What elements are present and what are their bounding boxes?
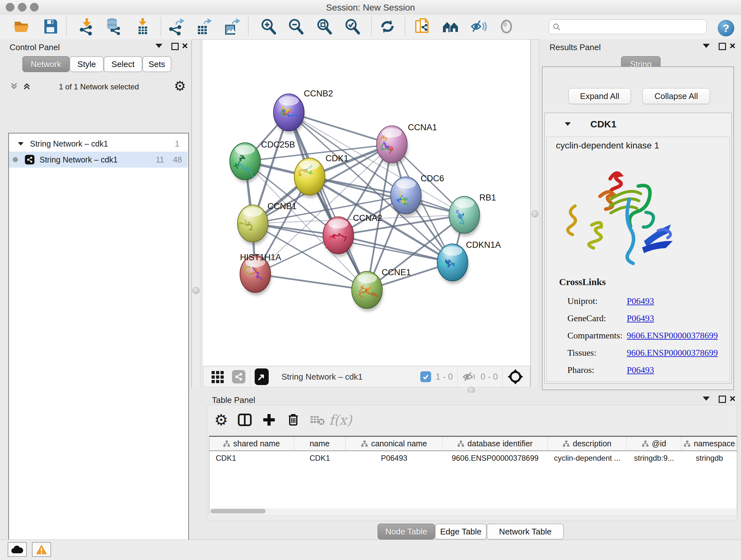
network-node-CCNB2[interactable]: CCNB2	[273, 89, 333, 134]
birds-eye-view-icon[interactable]	[255, 368, 269, 385]
table-cell[interactable]: P06493	[346, 451, 443, 465]
fit-selected-target-icon[interactable]	[507, 368, 524, 385]
first-neighbors-button[interactable]	[441, 17, 460, 36]
left-splitter[interactable]	[192, 40, 200, 387]
tab-style[interactable]: Style	[70, 56, 104, 72]
network-node-CCNB1[interactable]: CCNB1	[238, 201, 297, 245]
import-network-database-button[interactable]	[104, 17, 123, 36]
network-edge[interactable]	[289, 112, 367, 290]
hidden-eye-icon[interactable]	[462, 370, 477, 383]
crosslink-value-link[interactable]: 9606.ENSP00000378699	[627, 330, 718, 341]
function-builder-icon[interactable]: f(x)	[332, 411, 349, 429]
zoom-out-button[interactable]	[286, 17, 305, 36]
show-columns-icon[interactable]	[236, 411, 254, 429]
tab-network[interactable]: Network	[22, 56, 70, 72]
tree-expand-icon[interactable]	[18, 142, 23, 145]
column-header-canonical-name[interactable]: canonical name	[346, 437, 443, 450]
tab-sets[interactable]: Sets	[142, 56, 172, 72]
gene-collapse-icon[interactable]	[565, 122, 571, 126]
tab-node-table[interactable]: Node Table	[378, 523, 435, 540]
network-graph[interactable]: CCNB2CCNA1CDC25BCDK1CDC6RB1CCNB1CCNA2CDK…	[203, 40, 530, 366]
hide-selected-button[interactable]	[469, 17, 488, 36]
table-cell[interactable]: stringdb	[681, 451, 737, 465]
table-row[interactable]: CDK1CDK1P064939606.ENSP00000378699cyclin…	[209, 451, 737, 465]
crosslink-row: GeneCard:P06493	[567, 310, 727, 327]
network-canvas[interactable]: CCNB2CCNA1CDC25BCDK1CDC6RB1CCNB1CCNA2CDK…	[203, 40, 530, 366]
export-image-button[interactable]	[222, 17, 241, 36]
network-node-CDC6[interactable]: CDC6	[391, 174, 444, 217]
open-session-button[interactable]	[13, 17, 31, 36]
panel-close-icon[interactable]: ×	[182, 43, 188, 49]
panel-float-icon[interactable]	[155, 44, 162, 48]
network-edge[interactable]	[255, 274, 367, 290]
table-horizontal-scrollbar[interactable]	[210, 508, 736, 514]
network-edge[interactable]	[338, 235, 453, 262]
crosslink-value-link[interactable]: 9606.ENSP00000378699	[627, 348, 718, 358]
table-cell[interactable]: 9606.ENSP00000378699	[443, 451, 548, 465]
table-cell[interactable]: CDK1	[209, 451, 294, 465]
show-all-button[interactable]	[497, 17, 516, 36]
network-node-HIST1H1A[interactable]: HIST1H1A	[240, 253, 281, 295]
zoom-in-button[interactable]	[259, 17, 278, 36]
column-header-database-identifier[interactable]: database identifier	[443, 437, 548, 450]
import-network-file-button[interactable]	[77, 17, 96, 36]
zoom-selected-button[interactable]	[343, 17, 361, 36]
network-collection-row[interactable]: String Network – cdk1 1	[9, 137, 188, 151]
column-header--id[interactable]: @id	[627, 437, 681, 450]
panel-float-icon[interactable]	[703, 44, 710, 48]
expand-all-tree-icon[interactable]	[22, 81, 33, 91]
cloud-button[interactable]	[8, 542, 27, 557]
panel-maximize-icon[interactable]	[719, 395, 726, 403]
splitter-handle[interactable]	[531, 210, 538, 217]
panel-close-icon[interactable]: ×	[730, 395, 736, 401]
search-field[interactable]	[549, 19, 706, 34]
network-view-icon[interactable]	[232, 370, 246, 383]
right-splitter[interactable]	[530, 40, 539, 387]
delete-table-icon[interactable]	[309, 411, 327, 429]
selected-checkbox-icon[interactable]	[420, 371, 431, 382]
delete-column-trash-icon[interactable]	[284, 411, 302, 429]
network-node-CCNE1[interactable]: CCNE1	[352, 267, 411, 311]
network-node-CDC25B[interactable]: CDC25B	[230, 140, 295, 183]
panel-maximize-icon[interactable]	[719, 43, 726, 50]
save-session-button[interactable]	[42, 17, 60, 36]
column-header-name[interactable]: name	[294, 437, 346, 450]
network-node-CDK1[interactable]: CDK1	[294, 153, 348, 198]
table-options-gear-icon[interactable]: ⚙	[212, 411, 230, 429]
crosslink-value-link[interactable]: P06493	[627, 313, 654, 323]
crosslink-value-link[interactable]: P06493	[627, 365, 654, 375]
crosslink-value-link[interactable]: P06493	[627, 296, 654, 306]
table-cell[interactable]: CDK1	[294, 451, 346, 465]
column-header-namespace[interactable]: namespace	[681, 437, 737, 450]
expand-all-button[interactable]: Expand All	[568, 88, 631, 104]
clone-network-button[interactable]	[413, 17, 431, 36]
grid-view-icon[interactable]	[211, 370, 225, 384]
export-network-button[interactable]	[167, 17, 185, 36]
tab-edge-table[interactable]: Edge Table	[435, 523, 487, 540]
warnings-button[interactable]	[32, 542, 51, 557]
panel-maximize-icon[interactable]	[172, 43, 179, 50]
network-row-selected[interactable]: String Network – cdk1 11 48	[9, 152, 188, 168]
column-header-shared-name[interactable]: shared name	[209, 437, 294, 450]
help-button[interactable]: ?	[718, 20, 734, 37]
create-column-icon[interactable]	[260, 411, 278, 429]
network-node-RB1[interactable]: RB1	[449, 193, 496, 236]
import-table-button[interactable]	[133, 17, 152, 36]
table-cell[interactable]: stringdb:9...	[627, 451, 681, 465]
panel-float-icon[interactable]	[703, 396, 710, 401]
collapse-all-button[interactable]: Collapse All	[643, 88, 710, 104]
search-input[interactable]	[563, 22, 703, 32]
collapse-all-tree-icon[interactable]	[10, 81, 20, 91]
panel-close-icon[interactable]: ×	[730, 43, 736, 49]
tab-select[interactable]: Select	[104, 56, 142, 72]
network-node-CDKN1A[interactable]: CDKN1A	[437, 240, 501, 284]
tab-network-table[interactable]: Network Table	[487, 523, 564, 540]
apply-layout-button[interactable]	[378, 17, 397, 36]
splitter-handle[interactable]	[192, 287, 199, 294]
zoom-fit-button[interactable]	[315, 17, 333, 36]
export-table-button[interactable]	[194, 17, 213, 36]
table-cell[interactable]: cyclin-dependent ...	[548, 451, 627, 465]
scrollbar-thumb[interactable]	[211, 509, 266, 513]
column-header-description[interactable]: description	[548, 437, 627, 450]
network-options-gear-icon[interactable]: ⚙	[174, 78, 186, 94]
